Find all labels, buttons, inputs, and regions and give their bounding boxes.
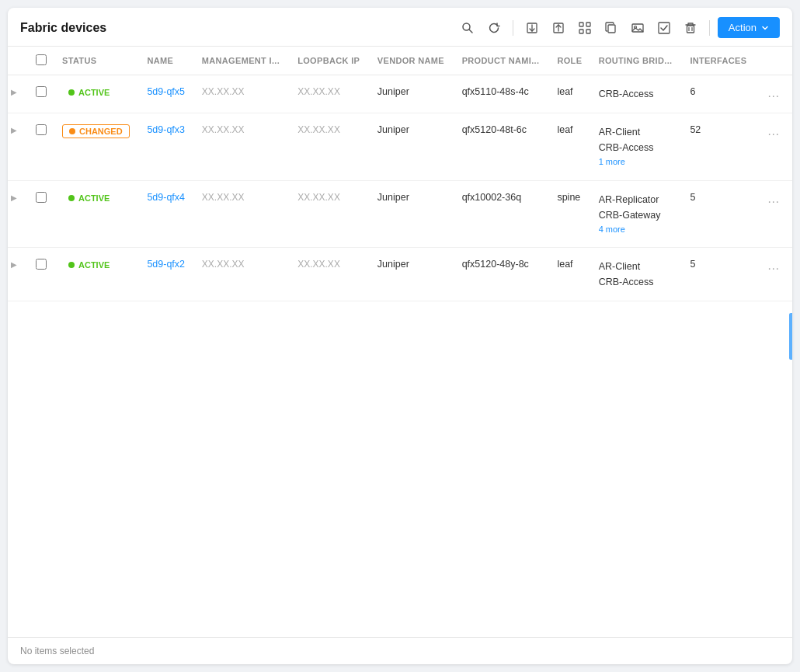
routing-bridge-list: AR-ReplicatorCRB-Gateway4 more	[599, 192, 675, 237]
routing-bridge: AR-ClientCRB-Access	[591, 248, 683, 301]
routing-bridge: CRB-Access	[591, 75, 683, 113]
row-action-menu-button[interactable]: …	[764, 259, 784, 273]
toolbar-separator-2	[709, 20, 710, 36]
device-name-link[interactable]: 5d9-qfx5	[147, 86, 185, 97]
status-badge: ACTIVE	[62, 192, 116, 204]
col-interfaces: INTERFACES	[682, 47, 756, 75]
product-name: qfx5110-48s-4c	[454, 75, 550, 113]
routing-bridge: AR-ClientCRB-Access1 more	[591, 113, 683, 181]
toolbar-separator	[513, 20, 513, 36]
table-row: ▶ACTIVE5d9-qfx2XX.XX.XXXX.XX.XXJuniperqf…	[8, 248, 792, 301]
expand-icon[interactable]: ▶	[11, 260, 17, 269]
routing-bridge-item: CRB-Access	[599, 274, 675, 290]
device-name-link[interactable]: 5d9-qfx3	[147, 124, 185, 135]
image-button[interactable]	[627, 19, 649, 37]
network-button[interactable]	[574, 19, 596, 37]
svg-rect-7	[586, 23, 590, 26]
col-expand	[8, 47, 23, 75]
col-loopback-ip: LOOPBACK IP	[290, 47, 370, 75]
delete-button[interactable]	[680, 19, 701, 37]
col-product-name: PRODUCT NAMI...	[454, 47, 550, 75]
toolbar: Action	[457, 17, 780, 38]
routing-bridge-item: CRB-Gateway	[599, 207, 675, 223]
loopback-ip: XX.XX.XX	[290, 248, 370, 301]
col-name: NAME	[139, 47, 193, 75]
management-ip: XX.XX.XX	[194, 248, 290, 301]
product-name: qfx10002-36q	[454, 180, 550, 248]
check-icon	[658, 22, 670, 34]
row-action-menu-button[interactable]: …	[764, 192, 784, 206]
vendor-name: Juniper	[370, 113, 454, 181]
row-action-menu-button[interactable]: …	[764, 124, 784, 138]
status-dot	[68, 262, 75, 268]
routing-bridge-list: AR-ClientCRB-Access	[599, 259, 675, 290]
management-ip: XX.XX.XX	[194, 113, 290, 181]
refresh-button[interactable]	[483, 19, 505, 37]
status-dot	[68, 89, 75, 96]
svg-rect-9	[586, 30, 590, 33]
search-icon	[461, 22, 474, 34]
device-name-link[interactable]: 5d9-qfx4	[147, 192, 185, 203]
interfaces-count: 5	[682, 180, 756, 248]
col-row-actions	[757, 47, 792, 75]
search-button[interactable]	[457, 19, 478, 37]
col-role: ROLE	[549, 47, 590, 75]
product-name: qfx5120-48t-6c	[454, 113, 550, 181]
row-checkbox[interactable]	[36, 86, 47, 97]
network-icon	[579, 22, 591, 34]
expand-icon[interactable]: ▶	[11, 126, 17, 134]
scroll-indicator	[789, 313, 792, 360]
svg-rect-6	[579, 23, 583, 26]
delete-icon	[684, 22, 697, 34]
svg-rect-13	[659, 23, 670, 33]
import-button[interactable]	[521, 19, 543, 37]
status-badge: ACTIVE	[62, 259, 116, 271]
copy-button[interactable]	[600, 19, 622, 37]
routing-bridge-list: CRB-Access	[599, 86, 675, 102]
export-icon	[552, 22, 565, 34]
row-action-menu-button[interactable]: …	[764, 86, 784, 100]
management-ip: XX.XX.XX	[194, 180, 290, 248]
routing-bridge-more[interactable]: 1 more	[599, 155, 675, 169]
export-button[interactable]	[548, 19, 569, 37]
routing-bridge-item: AR-Client	[599, 124, 675, 140]
row-checkbox[interactable]	[36, 192, 47, 203]
check-button[interactable]	[653, 19, 675, 37]
col-management-ip: MANAGEMENT I...	[194, 47, 290, 75]
col-status: STATUS	[54, 47, 139, 75]
status-badge: CHANGED	[62, 124, 130, 138]
table-wrapper: STATUS NAME MANAGEMENT I... LOOPBACK IP …	[8, 47, 792, 637]
row-checkbox[interactable]	[36, 259, 47, 270]
interfaces-count: 6	[682, 75, 756, 113]
table-row: ▶ACTIVE5d9-qfx5XX.XX.XXXX.XX.XXJuniperqf…	[8, 75, 792, 113]
status-dot	[68, 195, 75, 201]
col-routing-bridge: ROUTING BRID...	[591, 47, 683, 75]
routing-bridge-more[interactable]: 4 more	[599, 223, 675, 237]
device-name-link[interactable]: 5d9-qfx2	[147, 259, 185, 270]
product-name: qfx5120-48y-8c	[454, 248, 550, 301]
chevron-down-icon	[761, 24, 769, 32]
action-button[interactable]: Action	[718, 17, 780, 38]
vendor-name: Juniper	[370, 180, 454, 248]
role: leaf	[549, 113, 590, 181]
row-checkbox[interactable]	[36, 124, 47, 135]
expand-icon[interactable]: ▶	[11, 88, 17, 96]
devices-table: STATUS NAME MANAGEMENT I... LOOPBACK IP …	[8, 47, 792, 301]
panel-header: Fabric devices	[8, 8, 792, 47]
loopback-ip: XX.XX.XX	[290, 180, 370, 248]
svg-rect-14	[687, 26, 694, 33]
expand-icon[interactable]: ▶	[11, 193, 17, 202]
routing-bridge-item: CRB-Access	[599, 140, 675, 155]
svg-rect-8	[579, 30, 583, 33]
table-body: ▶ACTIVE5d9-qfx5XX.XX.XXXX.XX.XXJuniperqf…	[8, 75, 792, 301]
col-check	[23, 47, 54, 75]
copy-icon	[605, 22, 617, 34]
loopback-ip: XX.XX.XX	[290, 75, 370, 113]
svg-line-1	[469, 30, 472, 33]
footer: No items selected	[8, 637, 792, 664]
refresh-icon	[488, 22, 500, 34]
select-all-checkbox[interactable]	[36, 54, 47, 65]
routing-bridge-item: AR-Replicator	[599, 192, 675, 207]
vendor-name: Juniper	[370, 248, 454, 301]
loopback-ip: XX.XX.XX	[290, 113, 370, 181]
